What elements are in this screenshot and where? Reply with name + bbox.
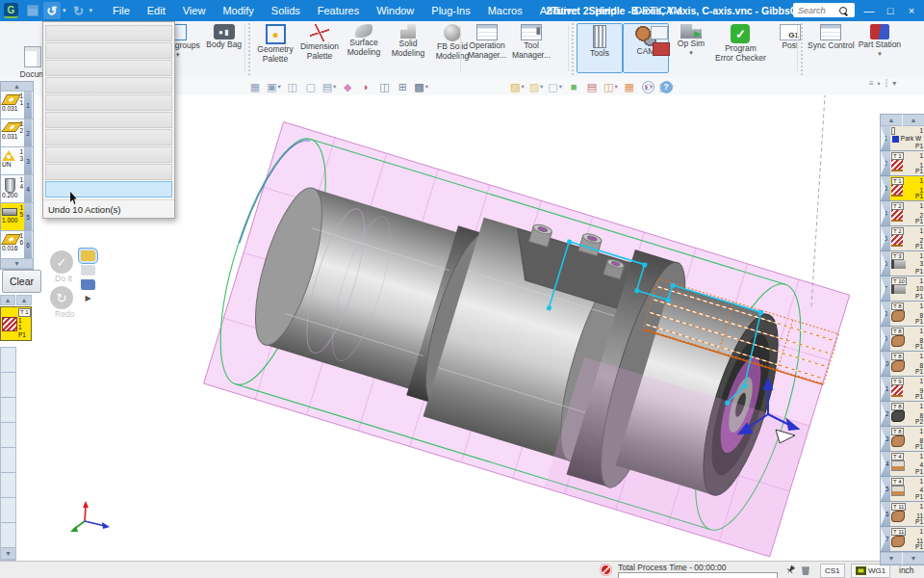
view-tool-icon[interactable]: ◗ <box>357 79 374 94</box>
operation-position-strip[interactable]: 2 <box>881 151 890 175</box>
undo-history-item[interactable] <box>45 112 172 128</box>
ribbon-button[interactable]: Tool Manager... ▾ <box>509 23 553 62</box>
tool-tile[interactable]: 14 0.200 4 <box>1 175 33 203</box>
ribbon-button[interactable]: Part Station ▾ <box>857 23 903 58</box>
operation-position-strip[interactable]: 5 <box>881 226 890 250</box>
empty-slot[interactable] <box>1 373 15 398</box>
view-tool-icon[interactable]: ◆ <box>339 79 356 94</box>
view-tool-icon[interactable]: ◫ <box>284 79 301 94</box>
cam-red-button[interactable] <box>653 42 670 56</box>
clear-button[interactable]: Clear <box>2 270 41 293</box>
operation-position-strip[interactable]: 12 <box>881 402 890 426</box>
operation-position-strip[interactable]: 6 <box>881 251 890 276</box>
ribbon-button[interactable]: Program Error Checker ▾ <box>713 23 768 65</box>
empty-slot[interactable] <box>1 498 15 523</box>
cam-monitor-button[interactable] <box>651 26 668 39</box>
operation-position-strip[interactable]: 13 <box>881 427 890 451</box>
tool-tile[interactable]: 13 UN 3 <box>1 147 33 175</box>
operation-position-strip[interactable]: 14 <box>881 452 890 476</box>
menu-item[interactable]: Window <box>368 2 423 19</box>
operation-position-strip[interactable]: 7 <box>881 276 890 301</box>
redo-dropdown-caret[interactable]: ▾ <box>90 7 93 14</box>
view-tool-icon[interactable]: ▤ <box>321 79 339 94</box>
view-tool-icon[interactable]: ▢ <box>302 79 320 94</box>
operation-tile[interactable]: 15 T 4 1 4 P1 <box>881 477 924 502</box>
ribbon-button[interactable]: Solid Modeling ▾ <box>386 23 430 60</box>
corner-tool-icon[interactable]: ▪ <box>878 79 881 88</box>
display-tool-icon[interactable]: ■ <box>565 79 582 94</box>
scroll-down-arrow[interactable]: ▼ <box>1 259 33 269</box>
empty-slot[interactable] <box>1 423 15 448</box>
cs-button[interactable]: CS1 <box>820 564 845 578</box>
operation-tile[interactable]: 16 T 11 1 11 P1 <box>881 502 924 527</box>
tool-position-strip[interactable]: 2 <box>24 119 32 146</box>
operation-position-strip[interactable]: 17 <box>881 527 890 551</box>
ribbon-button[interactable]: Operation Manager... ▾ <box>465 23 509 62</box>
empty-slot[interactable] <box>1 348 15 373</box>
display-tool-icon[interactable]: ▢ <box>546 79 564 94</box>
do-it-icon[interactable]: ✓ <box>50 250 73 274</box>
menu-item[interactable]: Edit <box>139 2 174 19</box>
empty-slot[interactable] <box>1 448 15 473</box>
search-input[interactable] <box>796 5 836 16</box>
tool-tile[interactable]: 12 0.031 2 <box>1 119 33 147</box>
undo-history-item[interactable] <box>45 146 172 163</box>
empty-slot[interactable] <box>1 473 15 498</box>
redo-icon[interactable]: ↻ <box>50 286 73 309</box>
ribbon-button[interactable]: Body Bag ▾ <box>202 23 246 51</box>
operation-tile[interactable]: 10 T 8 1 8 P1 <box>881 352 924 377</box>
corner-tool-icon[interactable]: ≡ <box>869 79 874 88</box>
menu-item[interactable]: File <box>104 2 139 19</box>
wg-button[interactable]: WG1 <box>851 564 890 578</box>
chevron-down-icon[interactable]: ▾ <box>689 49 693 56</box>
close-button[interactable]: × <box>901 0 922 21</box>
menu-item[interactable]: Macros <box>479 2 531 19</box>
operation-tile[interactable]: 5 T 2 1 2 P1 <box>881 226 924 251</box>
scroll-up-arrow[interactable]: ▲ <box>1 82 33 92</box>
undo-history-item[interactable] <box>45 60 172 76</box>
undo-history-item[interactable] <box>45 94 172 111</box>
undo-history-item[interactable] <box>45 181 172 197</box>
ribbon-button[interactable]: Tools ▾ <box>577 23 623 73</box>
corner-tool-icon[interactable]: ┆ <box>885 79 889 88</box>
ribbon-button[interactable]: Surface Modeling ▾ <box>342 23 386 59</box>
scroll-down-arrow[interactable]: ▼ <box>881 552 902 565</box>
operation-tile[interactable]: 6 T 3 1 3 P1 <box>881 251 924 276</box>
folder-blue-icon[interactable] <box>81 279 95 290</box>
ribbon-button[interactable]: Sync Control ▾ <box>806 23 857 52</box>
chevron-down-icon[interactable]: ▾ <box>878 50 882 57</box>
operation-position-strip[interactable]: 16 <box>881 502 890 526</box>
operation-tile[interactable]: 12 T 8 1 8 P2 <box>881 402 924 427</box>
selected-tool-tile[interactable]: T 1 1 1 P1 <box>0 306 32 341</box>
empty-slot[interactable] <box>1 398 15 423</box>
view-tool-icon[interactable]: ▣ <box>265 79 283 94</box>
pin-icon[interactable] <box>784 564 797 576</box>
zoom-fit-icon[interactable] <box>639 79 656 94</box>
view-tool-icon[interactable]: ⊞ <box>394 79 411 94</box>
search-icon[interactable] <box>839 7 847 14</box>
undo-history-item[interactable] <box>45 129 172 145</box>
operation-tile[interactable]: 14 T 4 1 4 P1 <box>881 452 924 477</box>
save-button[interactable] <box>24 2 41 19</box>
operation-tile[interactable]: 1 1 Park W P1 <box>881 126 924 151</box>
redo-button[interactable]: ↻ <box>70 2 88 19</box>
menu-item[interactable]: Solids <box>263 2 309 19</box>
display-tool-icon[interactable]: ▦ <box>621 79 638 94</box>
units-label[interactable]: inch <box>899 565 914 575</box>
undo-history-item[interactable] <box>45 77 172 93</box>
operation-tile[interactable]: 2 T 1 1 1 P1 <box>881 151 924 176</box>
menu-item[interactable]: View <box>174 2 215 19</box>
tool-position-strip[interactable]: 6 <box>24 231 32 258</box>
operation-position-strip[interactable]: 9 <box>881 327 890 351</box>
tool-position-strip[interactable]: 4 <box>24 175 32 202</box>
operation-tile[interactable]: 17 T 11 1 11 P1 <box>881 527 924 552</box>
operation-position-strip[interactable]: 3 <box>881 176 890 200</box>
chevron-down-icon[interactable]: ▾ <box>176 51 180 58</box>
undo-dropdown-caret[interactable]: ▾ <box>63 7 66 14</box>
operation-tile[interactable]: 3 T 1 1 1 P1 <box>881 176 924 201</box>
undo-button[interactable]: ↺ <box>43 2 61 19</box>
trash-icon[interactable] <box>801 565 810 575</box>
scroll-up-arrow[interactable]: ▲ <box>903 115 924 126</box>
operation-tile[interactable]: 9 T 8 1 8 P1 <box>881 327 924 352</box>
ribbon-button[interactable]: Dimension Palette ▾ <box>297 23 342 63</box>
